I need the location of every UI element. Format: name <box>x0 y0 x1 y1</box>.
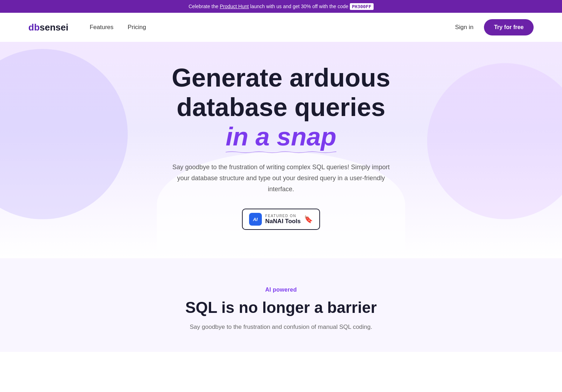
navbar-left: dbsensei Features Pricing <box>28 22 146 33</box>
hero-title: Generate arduous database queries in a s… <box>121 63 441 151</box>
nanai-name: NaNAI Tools <box>265 218 301 225</box>
nav-links: Features Pricing <box>90 24 146 31</box>
nav-item-pricing: Pricing <box>128 24 146 31</box>
nav-item-features: Features <box>90 24 114 31</box>
second-section: AI powered SQL is no longer a barrier Sa… <box>0 258 562 352</box>
navbar: dbsensei Features Pricing Sign in Try fo… <box>0 13 562 42</box>
banner-text-after: launch with us and get 30% off with the … <box>249 4 350 9</box>
ai-powered-label: AI powered <box>7 287 555 293</box>
logo-sensei: sensei <box>40 22 68 33</box>
hero-circle-right <box>427 63 562 219</box>
nav-link-features[interactable]: Features <box>90 24 114 31</box>
nav-link-pricing[interactable]: Pricing <box>128 24 146 31</box>
nanai-ai-icon: AI <box>249 213 262 226</box>
navbar-right: Sign in Try for free <box>455 19 534 35</box>
nanai-featured-label: FEATURED ON <box>265 214 296 218</box>
hero-subtitle: Say goodbye to the frustration of writin… <box>171 162 391 194</box>
second-section-title: SQL is no longer a barrier <box>7 299 555 316</box>
try-free-button[interactable]: Try for free <box>484 19 534 35</box>
hero-circle-left <box>0 49 128 219</box>
hero-section: Generate arduous database queries in a s… <box>0 42 562 258</box>
hero-content: Generate arduous database queries in a s… <box>121 63 441 230</box>
product-hunt-link[interactable]: Product Hunt <box>220 4 249 9</box>
logo-db: db <box>28 22 40 33</box>
nanai-badge-text: FEATURED ON NaNAI Tools <box>265 214 301 225</box>
banner-text-before: Celebrate the <box>188 4 220 9</box>
announcement-banner: Celebrate the Product Hunt launch with u… <box>0 0 562 13</box>
hero-title-line2: database queries <box>177 93 385 121</box>
hero-title-highlight: in a snap <box>226 122 336 151</box>
hero-title-line1: Generate arduous <box>172 64 390 92</box>
nanai-ai-label: AI <box>253 217 258 222</box>
nanai-badge[interactable]: AI FEATURED ON NaNAI Tools 🔖 <box>242 209 320 230</box>
promo-code-badge: PH300FF <box>350 3 374 10</box>
sign-in-link[interactable]: Sign in <box>455 24 473 31</box>
nanai-bookmark-icon: 🔖 <box>304 215 313 223</box>
second-section-subtitle: Say goodbye to the frustration and confu… <box>175 324 387 331</box>
logo[interactable]: dbsensei <box>28 22 68 33</box>
